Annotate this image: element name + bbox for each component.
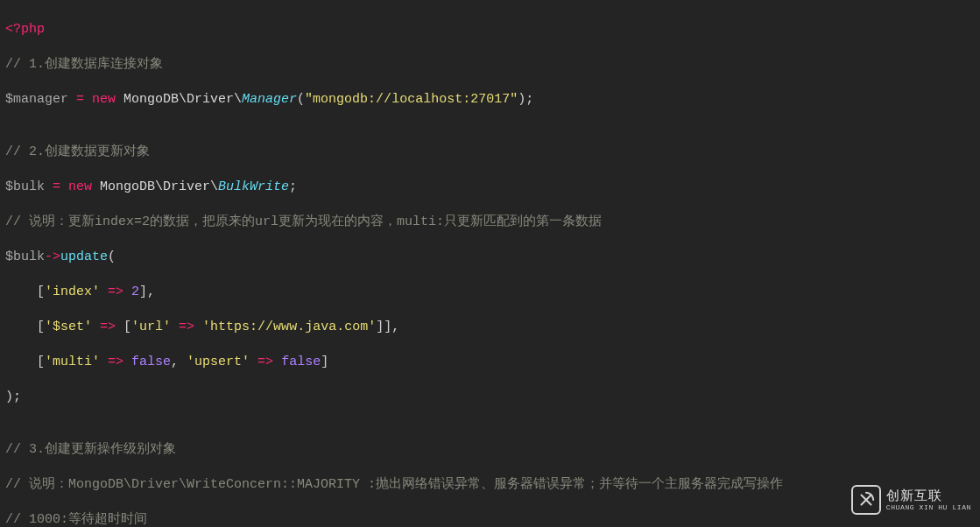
code-line: $bulk->update( — [5, 249, 975, 266]
comment: // 说明：MongoDB\Driver\WriteConcern::MAJOR… — [5, 477, 783, 492]
comment: // 说明：更新index=2的数据，把原来的url更新为现在的内容，multi… — [5, 214, 602, 229]
watermark-pinyin: CHUANG XIN HU LIAN — [886, 504, 971, 511]
watermark-text: 创新互联 CHUANG XIN HU LIAN — [886, 488, 971, 511]
comment: // 3.创建更新操作级别对象 — [5, 442, 176, 457]
code-line: // 3.创建更新操作级别对象 — [5, 441, 975, 459]
code-line: $manager = new MongoDB\Driver\Manager("m… — [5, 91, 975, 109]
code-line: // 说明：更新index=2的数据，把原来的url更新为现在的内容，multi… — [5, 214, 975, 231]
code-line: // 2.创建数据更新对象 — [5, 144, 975, 161]
code-editor[interactable]: <?php // 1.创建数据库连接对象 $manager = new Mong… — [0, 0, 980, 527]
code-line: $bulk = new MongoDB\Driver\BulkWrite; — [5, 179, 975, 196]
code-line: ['index' => 2], — [5, 284, 975, 301]
code-line: // 说明：MongoDB\Driver\WriteConcern::MAJOR… — [5, 476, 975, 494]
watermark-chinese: 创新互联 — [886, 488, 971, 502]
variable: $manager — [5, 92, 68, 107]
code-line: ['multi' => false, 'upsert' => false] — [5, 354, 975, 371]
code-line: ['$set' => ['url' => 'https://www.java.c… — [5, 319, 975, 336]
comment: // 1000:等待超时时间 — [5, 512, 147, 527]
code-line: // 1000:等待超时时间 — [5, 511, 975, 527]
code-line: // 1.创建数据库连接对象 — [5, 56, 975, 74]
code-line: ); — [5, 389, 975, 406]
comment: // 2.创建数据更新对象 — [5, 144, 150, 159]
watermark-logo-icon — [851, 485, 881, 515]
watermark: 创新互联 CHUANG XIN HU LIAN — [851, 485, 971, 515]
php-open-tag: <?php — [5, 22, 45, 37]
comment: // 1.创建数据库连接对象 — [5, 57, 163, 72]
code-line: <?php — [5, 21, 975, 39]
